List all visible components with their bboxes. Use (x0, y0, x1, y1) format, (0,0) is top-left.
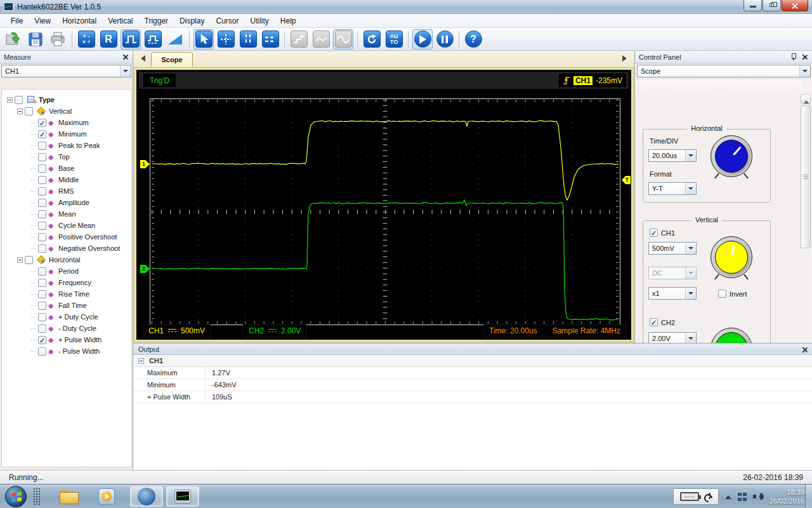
menu-help[interactable]: Help (275, 15, 302, 27)
checkbox[interactable] (38, 153, 46, 161)
measure-item-mean[interactable]: Mean (2, 208, 131, 220)
measure-item-peak-to-peak[interactable]: Peak to Peak (2, 140, 131, 151)
ch2-enable-checkbox[interactable]: ✓ CH2 (650, 318, 675, 326)
close-icon[interactable] (121, 53, 129, 61)
checkbox[interactable] (38, 142, 46, 150)
taskbar-item-firefox[interactable] (130, 486, 163, 507)
checkbox[interactable] (38, 176, 46, 184)
scrollbar[interactable] (801, 94, 811, 343)
print-button[interactable] (48, 29, 68, 50)
ch1-probe-select[interactable]: x1 (648, 287, 697, 300)
battery-indicator[interactable]: ---- (673, 488, 719, 505)
tab-scroll-left-icon[interactable] (138, 55, 145, 62)
measure-item-period[interactable]: Period (2, 265, 131, 277)
ch1-scale-select[interactable]: 500mV (648, 242, 697, 255)
ch1-position-knob[interactable] (710, 236, 752, 278)
menu-horizontal[interactable]: Horizontal (56, 15, 102, 27)
ch2-position-marker[interactable]: 2 (140, 265, 150, 273)
ch1-invert-checkbox[interactable]: Invert (718, 290, 747, 298)
collapse-icon[interactable] (138, 358, 144, 364)
autoset-button[interactable]: AU TO (384, 29, 404, 50)
measure-item-neg-duty-cycle[interactable]: - Duty Cycle (2, 323, 131, 334)
measure-item-cycle-mean[interactable]: Cycle Mean (2, 220, 131, 231)
control-mode-select[interactable]: Scope (637, 65, 811, 77)
measure-item-middle[interactable]: Middle (2, 174, 131, 185)
taskbar-item-explorer[interactable] (56, 486, 81, 507)
format-select[interactable]: Y-T (648, 182, 697, 195)
checkbox[interactable] (718, 290, 726, 298)
show-desktop-button[interactable] (805, 485, 812, 508)
measure-item-pos-duty-cycle[interactable]: + Duty Cycle (2, 311, 131, 323)
pin-icon[interactable] (790, 53, 797, 60)
linear-interpolation-button[interactable] (311, 29, 331, 50)
measure-item-pos-pulse-width[interactable]: ✓+ Pulse Width (2, 334, 131, 345)
horizontal-cursor-button[interactable] (260, 29, 280, 50)
measure-item-base[interactable]: Base (2, 163, 131, 174)
save-button[interactable] (25, 29, 46, 50)
output-group-ch1[interactable]: CH1 (133, 355, 812, 367)
time-div-select[interactable]: 20.00us (648, 149, 697, 162)
measure-item-rise-time[interactable]: Rise Time (2, 288, 131, 300)
collapse-icon[interactable] (17, 257, 23, 263)
menu-trigger[interactable]: Trigger (139, 15, 174, 27)
show-hidden-icons-chevron[interactable] (725, 492, 731, 499)
measure-item-frequency[interactable]: Frequency (2, 277, 131, 288)
minimize-button[interactable] (743, 0, 762, 11)
pause-button[interactable] (435, 29, 455, 50)
checkbox[interactable] (38, 233, 46, 241)
open-file-button[interactable] (3, 29, 23, 50)
pulse-measure-button[interactable] (143, 29, 163, 50)
tree-node-vertical[interactable]: Vertical (2, 105, 131, 117)
cross-cursor-button[interactable] (216, 29, 236, 50)
start-button[interactable] (412, 29, 433, 50)
measure-item-fall-time[interactable]: Fall Time (2, 300, 131, 311)
scrollbar-thumb[interactable] (801, 105, 811, 248)
ch1-enable-checkbox[interactable]: ✓ CH1 (650, 229, 675, 237)
close-icon[interactable] (801, 53, 809, 61)
menu-cursor[interactable]: Cursor (210, 15, 244, 27)
measure-item-neg-pulse-width[interactable]: - Pulse Width (2, 345, 131, 357)
scroll-up-icon[interactable] (801, 94, 811, 104)
measure-item-top[interactable]: Top (2, 151, 131, 163)
start-button[interactable] (5, 486, 27, 507)
checkbox[interactable] (15, 96, 23, 104)
checkbox[interactable] (38, 313, 46, 321)
menu-file[interactable]: File (5, 15, 29, 27)
menu-utility[interactable]: Utility (244, 15, 274, 27)
speaker-icon[interactable] (753, 492, 763, 501)
sine-interpolation-button[interactable] (333, 29, 353, 50)
checkbox[interactable] (38, 210, 46, 218)
title-bar[interactable]: Hantek6022BE Ver 1.0.5 (0, 0, 812, 14)
menu-vertical[interactable]: Vertical (102, 15, 138, 27)
vertical-cursor-button[interactable] (238, 29, 258, 50)
action-center-flag-icon[interactable] (738, 493, 747, 501)
collapse-icon[interactable] (7, 97, 13, 103)
checkbox[interactable] (38, 347, 46, 356)
measure-item-minimum[interactable]: ✓Minimum (2, 128, 131, 140)
checkbox[interactable] (38, 302, 46, 310)
tree-node-type[interactable]: Type (2, 94, 131, 105)
checkbox[interactable] (25, 256, 33, 264)
horizontal-position-knob[interactable] (710, 135, 752, 177)
taskbar-item-media-player[interactable] (94, 486, 119, 507)
checkbox[interactable] (38, 199, 46, 207)
menu-display[interactable]: Display (174, 15, 210, 27)
checkbox[interactable]: ✓ (38, 130, 46, 138)
step-interpolation-button[interactable] (289, 29, 309, 50)
checkbox[interactable]: ✓ (650, 318, 658, 326)
checkbox[interactable] (38, 244, 46, 253)
restore-button[interactable] (763, 0, 781, 11)
measure-item-rms[interactable]: RMS (2, 185, 131, 197)
math-button[interactable]: + - × ÷ (76, 29, 96, 50)
checkbox[interactable] (38, 290, 46, 298)
checkbox[interactable] (38, 267, 46, 276)
close-icon[interactable] (801, 345, 809, 354)
measure-item-negative-overshoot[interactable]: Negative Overshoot (2, 243, 131, 254)
tab-scope[interactable]: Scope (151, 52, 193, 67)
checkbox[interactable] (38, 222, 46, 230)
taskbar-item-oscilloscope[interactable] (166, 486, 199, 507)
tree-node-horizontal[interactable]: Horizontal (2, 254, 131, 265)
help-button[interactable]: ? (463, 29, 483, 50)
checkbox[interactable] (38, 187, 46, 196)
collapse-icon[interactable] (17, 109, 23, 114)
